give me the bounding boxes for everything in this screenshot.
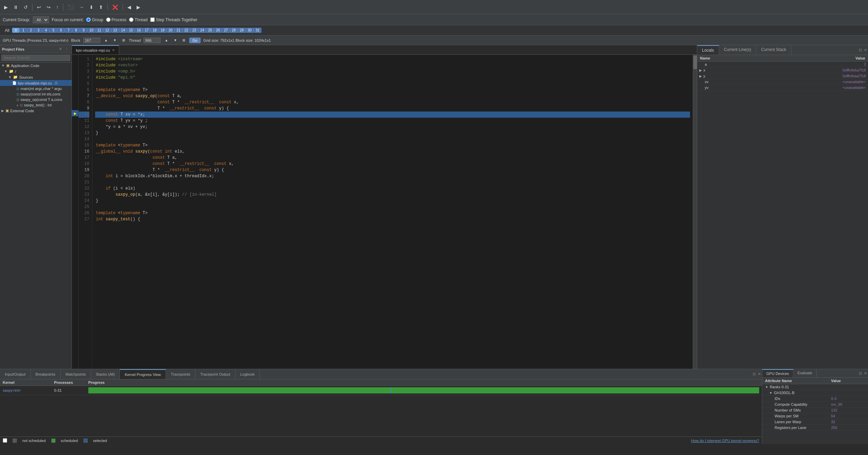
tree-item-sources[interactable]: ▼ 📁 Sources: [0, 74, 72, 80]
thread-radio[interactable]: [129, 17, 133, 22]
code-line-15[interactable]: template <typename T>: [95, 142, 690, 148]
thread-num-12[interactable]: 12: [103, 28, 111, 33]
expand-arrow-y[interactable]: ▶: [699, 74, 702, 78]
tree-item-main-fn[interactable]: ⊡ main(int argc,char * argu: [0, 86, 72, 91]
thread-num-31[interactable]: 31: [254, 28, 261, 33]
code-line-14[interactable]: [95, 136, 690, 142]
tree-item-root[interactable]: ▼ 📁 /: [0, 68, 72, 74]
scroll-indicator[interactable]: [693, 55, 697, 369]
tab-tracepoint-output[interactable]: Tracepoint Output: [195, 369, 235, 379]
thread-up[interactable]: ▲: [163, 38, 169, 43]
code-line-5[interactable]: [95, 81, 690, 87]
code-line-3[interactable]: #include <omp.h>: [95, 68, 690, 75]
process-radio-label[interactable]: Process: [106, 17, 126, 22]
code-line-19[interactable]: T * __restrict__ const y) {: [95, 167, 690, 173]
thread-num-16[interactable]: 16: [135, 28, 143, 33]
gpu-gh100-row[interactable]: ▼ GH100GL-B: [762, 390, 868, 396]
code-content[interactable]: #include <iostream>#include <vector>#inc…: [92, 55, 693, 369]
tree-item-kpv-file[interactable]: 📄 kpv-visualize-mpi.cu ⚠: [0, 80, 72, 86]
restart-button[interactable]: ↺: [22, 3, 30, 11]
code-line-8[interactable]: const T * __restrict__ const x,: [95, 99, 690, 105]
code-line-12[interactable]: *y = a * xv + yv;: [95, 124, 690, 130]
code-line-10[interactable]: const T xv = *x;: [95, 112, 690, 118]
thread-num-29[interactable]: 29: [238, 28, 246, 33]
step-down-button[interactable]: ⬇: [87, 3, 95, 11]
run-button[interactable]: ▶: [2, 3, 10, 11]
group-radio-label[interactable]: Group: [86, 17, 103, 22]
kernel-close-btn[interactable]: ✕: [757, 372, 762, 377]
code-line-7[interactable]: __device__ void saxpy_op(const T a,: [95, 93, 690, 99]
thread-reset[interactable]: ⊠: [181, 38, 187, 43]
step-up-button[interactable]: ⬆: [97, 3, 105, 11]
locals-row-y[interactable]: ▶y0xfffcfeaa7f18: [697, 73, 868, 79]
locals-row-xv[interactable]: xv<unavailable>: [697, 79, 868, 85]
expand-ranks-icon[interactable]: ▼: [765, 385, 768, 389]
thread-num-5[interactable]: 5: [50, 28, 57, 33]
locals-row-a[interactable]: a2: [697, 62, 868, 67]
expand-app-code-icon[interactable]: ▼: [1, 64, 5, 67]
thread-radio-label[interactable]: Thread: [129, 17, 148, 22]
locals-row-x[interactable]: ▶x0xfffcfe6a7f18: [697, 67, 868, 73]
tree-item-external-code[interactable]: ▶ ▣ External Code: [0, 108, 72, 114]
expand-arrow-x[interactable]: ▶: [699, 68, 702, 72]
thread-num-13[interactable]: 13: [111, 28, 119, 33]
forward-button[interactable]: ▶: [135, 3, 142, 11]
search-input[interactable]: [1, 55, 70, 61]
thread-num-20[interactable]: 20: [167, 28, 175, 33]
tab-evaluate[interactable]: Evaluate: [793, 369, 817, 377]
thread-num-3[interactable]: 3: [35, 28, 42, 33]
thread-num-11[interactable]: 11: [95, 28, 103, 33]
step-together-label[interactable]: Step Threads Together: [150, 17, 197, 22]
step-together-checkbox[interactable]: [150, 17, 155, 22]
code-line-1[interactable]: #include <iostream>: [95, 56, 690, 62]
block-input[interactable]: [83, 38, 100, 43]
thread-input[interactable]: [143, 38, 161, 43]
process-radio[interactable]: [106, 17, 111, 22]
thread-num-19[interactable]: 19: [158, 28, 166, 33]
locals-options-btn[interactable]: ⊡: [858, 45, 863, 55]
tab-logbook[interactable]: Logbook: [235, 369, 260, 379]
next-button[interactable]: →: [77, 3, 86, 11]
code-line-23[interactable]: saxpy_op(a, &x[i], &y[i]); // [in-kernel…: [95, 192, 690, 198]
pause-button[interactable]: ⏸: [11, 3, 20, 11]
thread-num-25[interactable]: 25: [206, 28, 214, 33]
thread-all-button[interactable]: All: [3, 27, 11, 34]
thread-num-30[interactable]: 30: [246, 28, 254, 33]
tab-tracepoints[interactable]: Tracepoints: [166, 369, 195, 379]
code-line-24[interactable]: }: [95, 198, 690, 204]
block-reset[interactable]: ⊠: [121, 38, 126, 43]
sidebar-options-btn[interactable]: ⋮: [64, 47, 69, 52]
editor-tab-kpv[interactable]: kpv-visualize-mpi.cu ✕: [72, 45, 119, 54]
code-line-26[interactable]: template <typename T>: [95, 210, 690, 216]
thread-num-4[interactable]: 4: [42, 28, 50, 33]
locals-close-btn[interactable]: ✕: [863, 45, 868, 55]
block-up[interactable]: ▲: [103, 38, 109, 43]
code-line-4[interactable]: #include "mpi.h": [95, 75, 690, 81]
block-down[interactable]: ▼: [112, 38, 118, 43]
tab-locals[interactable]: Locals: [697, 45, 719, 55]
thread-num-9[interactable]: 9: [80, 28, 87, 33]
tab-current-line[interactable]: Current Line(s): [719, 45, 756, 55]
tree-item-saxpy-op-fn[interactable]: ⊡ saxpy_op(const T a,cons: [0, 97, 72, 102]
editor-tab-close[interactable]: ✕: [112, 48, 115, 52]
expand-external-icon[interactable]: ▶: [1, 109, 4, 113]
tree-item-saxpy-test-fn[interactable]: ● ⊡ saxpy_test() : int: [0, 102, 72, 108]
step-out-button[interactable]: ↑: [54, 3, 61, 11]
thread-num-1[interactable]: 1: [20, 28, 27, 33]
go-button[interactable]: Go: [189, 38, 201, 43]
code-line-20[interactable]: int i = blockIdx.x*blockDim.x + threadId…: [95, 173, 690, 179]
code-line-6[interactable]: template <typename T>: [95, 87, 690, 93]
code-line-16[interactable]: __global__ void saxpy(const int els,: [95, 148, 690, 155]
thread-num-7[interactable]: 7: [65, 28, 72, 33]
expand-sources-icon[interactable]: ▼: [8, 75, 12, 79]
code-line-21[interactable]: [95, 179, 690, 185]
tab-gpu-devices[interactable]: GPU Devices: [762, 369, 793, 377]
thread-num-2[interactable]: 2: [27, 28, 35, 33]
step-into-button[interactable]: ↩: [35, 3, 43, 11]
group-radio[interactable]: [86, 17, 91, 22]
code-line-25[interactable]: [95, 204, 690, 210]
sidebar-close-btn[interactable]: ✕: [58, 47, 63, 52]
gpu-ranks-row[interactable]: ▼ Ranks 0-31: [762, 384, 868, 390]
code-line-27[interactable]: int saxpy_test() {: [95, 216, 690, 222]
gpu-options-btn[interactable]: ⊡: [858, 369, 863, 377]
